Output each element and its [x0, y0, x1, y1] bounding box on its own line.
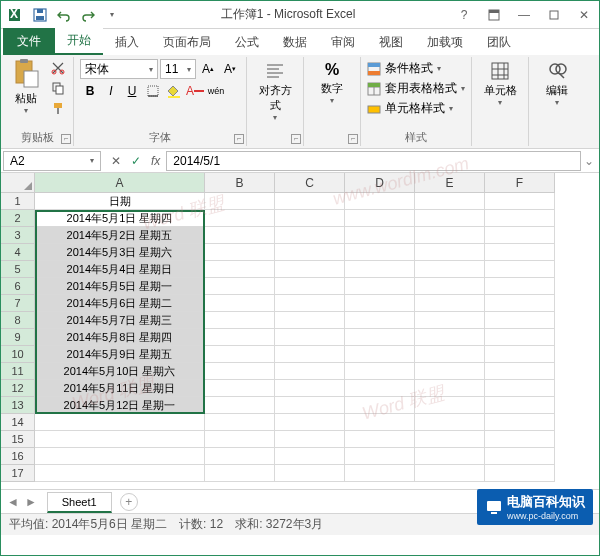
cell[interactable]: [415, 210, 485, 227]
cell[interactable]: [275, 244, 345, 261]
cell[interactable]: [275, 380, 345, 397]
row-header[interactable]: 8: [1, 312, 35, 329]
cell[interactable]: [205, 380, 275, 397]
cell[interactable]: [275, 295, 345, 312]
cell[interactable]: [485, 380, 555, 397]
cell[interactable]: [345, 431, 415, 448]
decrease-font-button[interactable]: A▾: [220, 59, 240, 79]
tab-addins[interactable]: 加载项: [415, 30, 475, 55]
clipboard-dialog-icon[interactable]: ⌐: [61, 134, 71, 144]
cell[interactable]: [205, 363, 275, 380]
cell[interactable]: [345, 295, 415, 312]
increase-font-button[interactable]: A▴: [198, 59, 218, 79]
excel-icon[interactable]: X: [5, 4, 27, 26]
border-button[interactable]: [143, 81, 163, 101]
cell[interactable]: [275, 448, 345, 465]
cell[interactable]: [485, 261, 555, 278]
row-header[interactable]: 7: [1, 295, 35, 312]
cell[interactable]: [415, 278, 485, 295]
cell[interactable]: [415, 312, 485, 329]
col-header-a[interactable]: A: [35, 173, 205, 193]
formula-input[interactable]: 2014/5/1: [166, 151, 581, 171]
paste-button[interactable]: 粘贴 ▾: [7, 59, 45, 115]
redo-button[interactable]: [77, 4, 99, 26]
row-header[interactable]: 6: [1, 278, 35, 295]
sheet-nav-next[interactable]: ►: [25, 495, 37, 509]
fx-icon[interactable]: fx: [151, 154, 160, 168]
tab-pagelayout[interactable]: 页面布局: [151, 30, 223, 55]
row-header[interactable]: 10: [1, 346, 35, 363]
cell[interactable]: [275, 261, 345, 278]
col-header-f[interactable]: F: [485, 173, 555, 193]
cell[interactable]: [205, 278, 275, 295]
cell[interactable]: 2014年5月6日 星期二: [35, 295, 205, 312]
cancel-formula-button[interactable]: ✕: [107, 152, 125, 170]
cell[interactable]: [485, 465, 555, 482]
font-color-button[interactable]: A: [185, 81, 205, 101]
tab-formulas[interactable]: 公式: [223, 30, 271, 55]
alignment-button[interactable]: 对齐方式▾: [253, 59, 297, 124]
select-all-corner[interactable]: [1, 173, 35, 193]
cell[interactable]: 2014年5月1日 星期四: [35, 210, 205, 227]
cell[interactable]: [205, 431, 275, 448]
tab-home[interactable]: 开始: [55, 28, 103, 55]
cut-button[interactable]: [49, 59, 67, 77]
cell[interactable]: [345, 363, 415, 380]
cell[interactable]: [205, 295, 275, 312]
row-header[interactable]: 9: [1, 329, 35, 346]
cell[interactable]: [415, 448, 485, 465]
cell[interactable]: [485, 431, 555, 448]
undo-button[interactable]: [53, 4, 75, 26]
cell[interactable]: 2014年5月3日 星期六: [35, 244, 205, 261]
cell[interactable]: [35, 414, 205, 431]
cell[interactable]: [35, 465, 205, 482]
cell[interactable]: [415, 295, 485, 312]
cell[interactable]: [275, 278, 345, 295]
cell[interactable]: [485, 278, 555, 295]
cell[interactable]: [205, 329, 275, 346]
sheet-nav-prev[interactable]: ◄: [7, 495, 19, 509]
cell[interactable]: [345, 397, 415, 414]
cell[interactable]: [415, 363, 485, 380]
cell[interactable]: [345, 261, 415, 278]
cell[interactable]: [415, 380, 485, 397]
cell[interactable]: [415, 346, 485, 363]
italic-button[interactable]: I: [101, 81, 121, 101]
cell[interactable]: 2014年5月10日 星期六: [35, 363, 205, 380]
cell[interactable]: [275, 210, 345, 227]
cell[interactable]: 2014年5月12日 星期一: [35, 397, 205, 414]
cell[interactable]: [415, 414, 485, 431]
cell[interactable]: [415, 431, 485, 448]
cell[interactable]: [345, 465, 415, 482]
cell[interactable]: [275, 465, 345, 482]
cell[interactable]: [345, 210, 415, 227]
help-button[interactable]: ?: [449, 4, 479, 26]
tab-team[interactable]: 团队: [475, 30, 523, 55]
cell[interactable]: [205, 244, 275, 261]
cell[interactable]: [485, 244, 555, 261]
format-painter-button[interactable]: [49, 99, 67, 117]
underline-button[interactable]: U: [122, 81, 142, 101]
cell[interactable]: [345, 227, 415, 244]
cell[interactable]: [415, 465, 485, 482]
cell[interactable]: [35, 448, 205, 465]
close-button[interactable]: ✕: [569, 4, 599, 26]
qat-customize[interactable]: ▾: [101, 4, 123, 26]
cell[interactable]: [345, 414, 415, 431]
row-header[interactable]: 4: [1, 244, 35, 261]
expand-formula-button[interactable]: ⌄: [581, 154, 597, 168]
cell[interactable]: [485, 414, 555, 431]
bold-button[interactable]: B: [80, 81, 100, 101]
font-name-select[interactable]: 宋体▾: [80, 59, 158, 79]
cell[interactable]: [415, 329, 485, 346]
cell[interactable]: [415, 397, 485, 414]
cell[interactable]: [35, 431, 205, 448]
cell[interactable]: [345, 448, 415, 465]
cell[interactable]: [345, 244, 415, 261]
add-sheet-button[interactable]: +: [120, 493, 138, 511]
row-header[interactable]: 12: [1, 380, 35, 397]
cell[interactable]: [345, 193, 415, 210]
save-button[interactable]: [29, 4, 51, 26]
cell[interactable]: [415, 244, 485, 261]
copy-button[interactable]: [49, 79, 67, 97]
